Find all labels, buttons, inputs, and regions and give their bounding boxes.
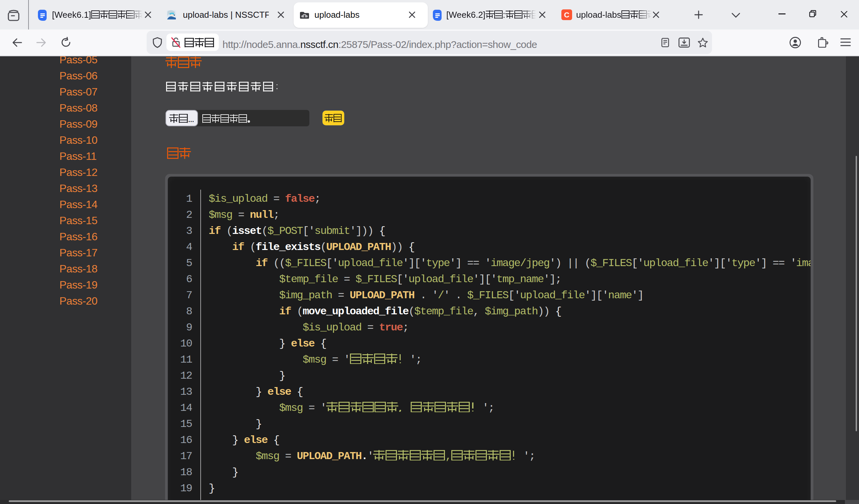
svg-text:C: C: [564, 11, 569, 19]
